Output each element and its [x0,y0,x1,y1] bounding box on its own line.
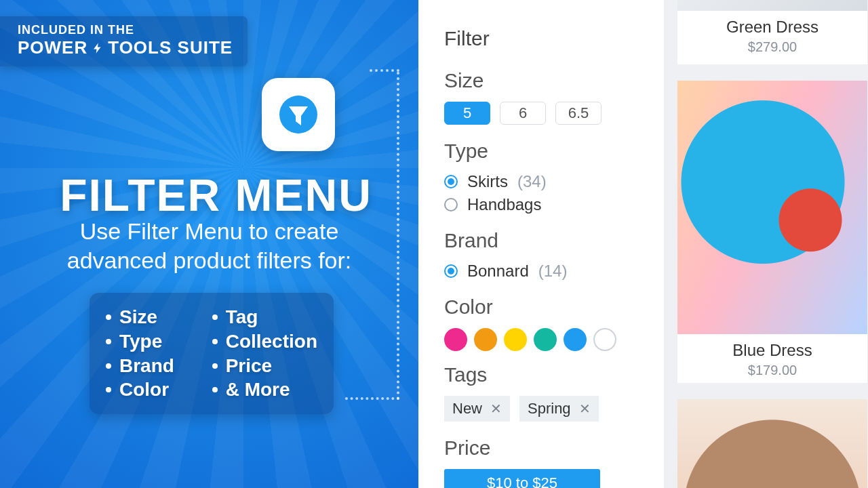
badge-line2: POWER TOOLS SUITE [18,37,233,58]
size-option[interactable]: 6 [500,102,546,125]
tags-label: Tags [444,363,642,386]
suite-badge: INCLUDED IN THE POWER TOOLS SUITE [0,16,248,66]
radio-icon [444,198,458,211]
feature-item: & More [212,378,317,402]
price-label: Price [444,436,642,460]
product-card[interactable]: Green Dress$279.00 [677,0,867,64]
product-card[interactable] [677,399,867,488]
color-swatch-teal[interactable] [534,328,557,351]
product-price: $279.00 [677,39,867,55]
product-title: Green Dress [677,18,867,37]
feature-item: Collection [212,329,317,354]
feature-item: Color [106,378,193,402]
product-image [677,0,867,11]
color-swatch-yellow[interactable] [504,328,527,351]
radio-icon [444,175,458,188]
remove-tag-icon[interactable]: ✕ [490,401,502,417]
bolt-icon [90,41,105,56]
product-image [677,81,867,334]
product-card[interactable]: Blue Dress$179.00 [677,81,867,383]
brand-label: Brand [444,229,642,252]
dotted-connector [397,72,399,400]
type-option[interactable]: Handbags [444,195,642,214]
type-option[interactable]: Skirts(34) [444,172,642,191]
feature-item: Size [106,305,193,329]
radio-icon [444,264,458,278]
filter-app-icon [262,78,335,151]
remove-tag-icon[interactable]: ✕ [579,401,591,417]
promo-title: FILTER MENU [0,169,418,221]
filter-sidebar: Filter Size 566.5 Type Skirts(34)Handbag… [418,0,664,488]
filter-heading: Filter [444,27,642,50]
badge-line1: INCLUDED IN THE [18,23,233,37]
size-option[interactable]: 6.5 [555,102,601,125]
product-list[interactable]: Green Dress$279.00Blue Dress$179.00 [664,0,868,488]
type-label: Type [444,140,642,163]
tag-chip: Spring✕ [519,396,599,422]
color-swatch-pink[interactable] [444,328,467,351]
color-swatch-white[interactable] [593,328,616,351]
promo-panel: INCLUDED IN THE POWER TOOLS SUITE FILTER… [0,0,418,488]
price-range-button[interactable]: $10 to $25 [444,469,600,488]
promo-subtitle: Use Filter Menu to create advanced produ… [0,217,418,274]
size-label: Size [444,69,642,92]
color-swatch-orange[interactable] [474,328,497,351]
feature-item: Tag [212,305,317,329]
color-label: Color [444,296,642,319]
feature-item: Type [106,329,193,354]
tag-chip: New✕ [444,396,510,422]
color-swatch-blue[interactable] [564,328,587,351]
filter-app: Filter Size 566.5 Type Skirts(34)Handbag… [418,0,868,488]
feature-item: Brand [106,354,193,378]
product-title: Blue Dress [677,341,867,360]
brand-option[interactable]: Bonnard(14) [444,262,642,281]
feature-item: Price [212,354,317,378]
size-option[interactable]: 5 [444,102,490,125]
feature-list: SizeTypeBrandColor TagCollectionPrice& M… [90,293,334,414]
product-price: $179.00 [677,363,867,378]
product-image [677,399,867,488]
